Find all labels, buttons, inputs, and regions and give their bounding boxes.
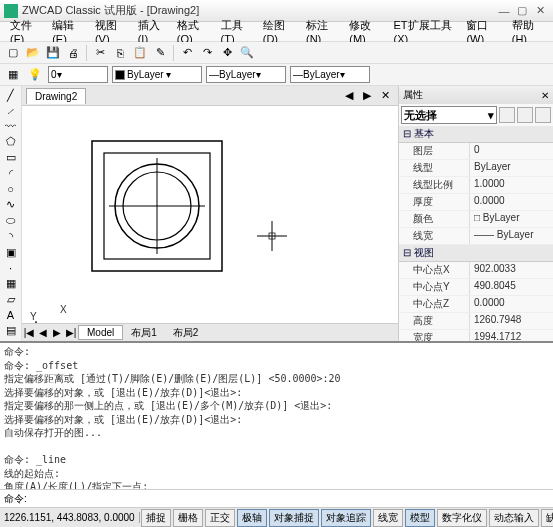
props-row[interactable]: 线宽—— ByLayer <box>399 228 553 245</box>
status-对象捕捉[interactable]: 对象捕捉 <box>269 509 319 527</box>
pan-icon[interactable]: ✥ <box>218 44 236 62</box>
props-row[interactable]: 线型比例1.0000 <box>399 177 553 194</box>
linetype-combo[interactable]: — ByLayer ▾ <box>206 66 286 83</box>
point-tool-icon[interactable]: · <box>2 261 20 275</box>
props-key: 线型 <box>399 160 469 176</box>
layout-nav[interactable]: ◀ <box>36 327 50 338</box>
properties-title: 属性 <box>403 88 423 102</box>
command-input[interactable] <box>31 493 549 504</box>
text-tool-icon[interactable]: A <box>2 308 20 322</box>
quick-select-button[interactable] <box>499 107 515 123</box>
props-value[interactable]: 0.0000 <box>469 296 553 312</box>
polyline-tool-icon[interactable]: 〰 <box>2 119 20 133</box>
open-icon[interactable]: 📂 <box>24 44 42 62</box>
doc-tab-drawing2[interactable]: Drawing2 <box>26 88 86 104</box>
props-value[interactable]: 1994.1712 <box>469 330 553 341</box>
layout-nav[interactable]: ▶ <box>50 327 64 338</box>
props-value[interactable]: 902.0033 <box>469 262 553 278</box>
match-icon[interactable]: ✎ <box>151 44 169 62</box>
layer-manager-icon[interactable]: ▦ <box>4 66 22 84</box>
command-prompt-label: 命令: <box>4 492 27 506</box>
props-key: 高度 <box>399 313 469 329</box>
paste-icon[interactable]: 📋 <box>131 44 149 62</box>
select-objects-button[interactable] <box>517 107 533 123</box>
standard-toolbar: ▢📂💾🖨✂⎘📋✎↶↷✥🔍 <box>0 42 553 64</box>
layout-tab-布局1[interactable]: 布局1 <box>123 325 165 341</box>
props-key: 线型比例 <box>399 177 469 193</box>
properties-header: 属性 ✕ <box>399 86 553 104</box>
layout-nav[interactable]: |◀ <box>22 327 36 338</box>
props-value[interactable]: 490.8045 <box>469 279 553 295</box>
status-线宽[interactable]: 线宽 <box>373 509 403 527</box>
props-value[interactable]: —— ByLayer <box>469 228 553 244</box>
props-row[interactable]: 图层0 <box>399 143 553 160</box>
light-icon[interactable]: 💡 <box>26 66 44 84</box>
line-tool-icon[interactable]: ╱ <box>2 88 20 103</box>
props-row[interactable]: 线型ByLayer <box>399 160 553 177</box>
props-row[interactable]: 中心点Z0.0000 <box>399 296 553 313</box>
print-icon[interactable]: 🖨 <box>64 44 82 62</box>
selection-combo[interactable]: 无选择▾ <box>401 106 497 124</box>
status-捕捉[interactable]: 捕捉 <box>141 509 171 527</box>
props-row[interactable]: 颜色□ ByLayer <box>399 211 553 228</box>
props-value[interactable]: 0.0000 <box>469 194 553 210</box>
spline-tool-icon[interactable]: ∿ <box>2 197 20 212</box>
color-combo[interactable]: ■ ByLayerByLayer ▾ <box>112 66 202 83</box>
cut-icon[interactable]: ✂ <box>91 44 109 62</box>
main-area: ╱⟋〰⬠▭◜○∿⬭◝▣·▦▱A▤≡ Drawing2 ◀ ▶ ✕ <box>0 86 553 341</box>
status-栅格[interactable]: 栅格 <box>173 509 203 527</box>
props-group[interactable]: ⊟ 基本 <box>399 126 553 143</box>
props-row[interactable]: 中心点X902.0033 <box>399 262 553 279</box>
props-value[interactable]: □ ByLayer <box>469 211 553 227</box>
layout-tab-Model[interactable]: Model <box>78 325 123 340</box>
block-tool-icon[interactable]: ▣ <box>2 245 20 260</box>
status-动态输入[interactable]: 动态输入 <box>489 509 539 527</box>
new-icon[interactable]: ▢ <box>4 44 22 62</box>
save-icon[interactable]: 💾 <box>44 44 62 62</box>
status-极轴[interactable]: 极轴 <box>237 509 267 527</box>
table-tool-icon[interactable]: ▤ <box>2 323 20 338</box>
status-模型[interactable]: 模型 <box>405 509 435 527</box>
polygon-tool-icon[interactable]: ⬠ <box>2 134 20 149</box>
status-缺省[interactable]: 缺省 <box>541 509 553 527</box>
drawing-canvas[interactable]: X Y <box>22 106 398 323</box>
document-tabs: Drawing2 ◀ ▶ ✕ <box>22 86 398 106</box>
props-value[interactable]: 0 <box>469 143 553 159</box>
zoom-icon[interactable]: 🔍 <box>238 44 256 62</box>
layout-nav[interactable]: ▶| <box>64 327 78 338</box>
earc-tool-icon[interactable]: ◝ <box>2 229 20 244</box>
props-row[interactable]: 宽度1994.1712 <box>399 330 553 341</box>
properties-grid: ⊟ 基本图层0线型ByLayer线型比例1.0000厚度0.0000颜色□ By… <box>399 126 553 341</box>
copy-icon[interactable]: ⎘ <box>111 44 129 62</box>
status-对象追踪[interactable]: 对象追踪 <box>321 509 371 527</box>
props-row[interactable]: 高度1260.7948 <box>399 313 553 330</box>
lineweight-combo[interactable]: — ByLayer ▾ <box>290 66 370 83</box>
tab-close-icon[interactable]: ✕ <box>376 87 394 105</box>
properties-toolbar: ▦ 💡 0 ▾ ■ ByLayerByLayer ▾ — ByLayer ▾ —… <box>0 64 553 86</box>
layout-tab-布局2[interactable]: 布局2 <box>165 325 207 341</box>
props-row[interactable]: 中心点Y490.8045 <box>399 279 553 296</box>
status-正交[interactable]: 正交 <box>205 509 235 527</box>
layer-combo[interactable]: 0 ▾ <box>48 66 108 83</box>
props-row[interactable]: 厚度0.0000 <box>399 194 553 211</box>
cline-tool-icon[interactable]: ⟋ <box>2 104 20 118</box>
tab-next-icon[interactable]: ▶ <box>358 87 376 105</box>
props-group[interactable]: ⊟ 视图 <box>399 245 553 262</box>
toggle-pick-button[interactable] <box>535 107 551 123</box>
redo-icon[interactable]: ↷ <box>198 44 216 62</box>
ellipse-tool-icon[interactable]: ⬭ <box>2 213 20 228</box>
draw-toolbar: ╱⟋〰⬠▭◜○∿⬭◝▣·▦▱A▤≡ <box>0 86 22 341</box>
undo-icon[interactable]: ↶ <box>178 44 196 62</box>
tab-prev-icon[interactable]: ◀ <box>340 87 358 105</box>
region-tool-icon[interactable]: ▱ <box>2 292 20 307</box>
arc-tool-icon[interactable]: ◜ <box>2 166 20 181</box>
hatch-tool-icon[interactable]: ▦ <box>2 276 20 291</box>
status-数字化仪[interactable]: 数字化仪 <box>437 509 487 527</box>
circle-tool-icon[interactable]: ○ <box>2 182 20 196</box>
properties-close-icon[interactable]: ✕ <box>541 90 549 101</box>
command-window[interactable]: 命令: 命令: _offset 指定偏移距离或 [通过(T)/脚除(E)/删除(… <box>0 341 553 489</box>
props-value[interactable]: 1.0000 <box>469 177 553 193</box>
props-value[interactable]: 1260.7948 <box>469 313 553 329</box>
rect-tool-icon[interactable]: ▭ <box>2 150 20 165</box>
props-value[interactable]: ByLayer <box>469 160 553 176</box>
